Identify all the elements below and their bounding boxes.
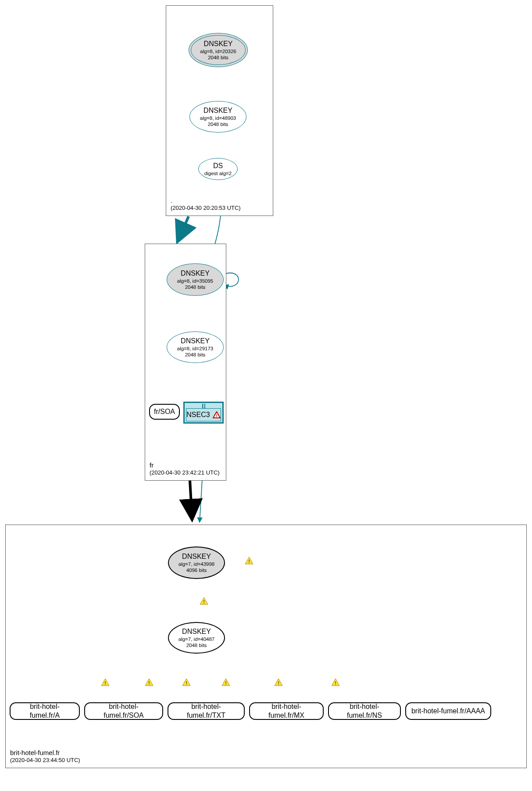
zone-root-label: . (2020-04-30 20:20:53 UTC) bbox=[171, 196, 241, 212]
rr-aaaa-label: brit-hotel-fumel.fr/AAAA bbox=[411, 707, 485, 715]
leaf-zsk-line3: 2048 bits bbox=[186, 642, 207, 648]
rr-a-label: brit-hotel-fumel.fr/A bbox=[15, 702, 75, 720]
rr-a-node[interactable]: brit-hotel-fumel.fr/A bbox=[10, 702, 80, 720]
fr-ksk-line3: 2048 bits bbox=[185, 284, 206, 290]
zone-leaf-timestamp: (2020-04-30 23:44:50 UTC) bbox=[10, 757, 80, 764]
warning-icon: ! bbox=[200, 597, 208, 605]
fr-zsk-title: DNSKEY bbox=[181, 337, 210, 345]
fr-zsk-node[interactable]: DNSKEY alg=8, id=29173 2048 bits bbox=[167, 331, 224, 363]
warning-icon: ! bbox=[182, 678, 191, 686]
warning-icon: ! bbox=[245, 557, 254, 564]
zone-fr-name: fr bbox=[150, 461, 220, 470]
fr-soa-node[interactable]: fr/SOA bbox=[149, 404, 180, 420]
leaf-zsk-node[interactable]: DNSKEY alg=7, id=40487 2048 bits bbox=[168, 622, 225, 654]
svg-text:!: ! bbox=[203, 599, 205, 604]
fr-ksk-node[interactable]: DNSKEY alg=8, id=35095 2048 bits bbox=[167, 263, 224, 296]
fr-zsk-line3: 2048 bits bbox=[185, 352, 206, 358]
fr-ksk-line2: alg=8, id=35095 bbox=[177, 278, 214, 284]
zone-root-name: . bbox=[171, 196, 241, 205]
root-zsk-node[interactable]: DNSKEY alg=8, id=48903 2048 bits bbox=[189, 101, 246, 133]
leaf-zsk-line2: alg=7, id=40487 bbox=[179, 636, 215, 642]
root-ksk-line3: 2048 bits bbox=[208, 54, 229, 61]
svg-text:!: ! bbox=[186, 680, 187, 686]
rr-ns-node[interactable]: brit-hotel-fumel.fr/NS bbox=[328, 702, 401, 720]
zone-fr-timestamp: (2020-04-30 23:42:21 UTC) bbox=[150, 469, 220, 477]
error-icon: ! bbox=[213, 411, 221, 418]
root-zsk-line3: 2048 bits bbox=[208, 121, 229, 127]
warning-icon: ! bbox=[331, 678, 340, 686]
svg-text:!: ! bbox=[148, 680, 150, 686]
warning-icon: ! bbox=[274, 678, 283, 686]
leaf-ksk-node[interactable]: DNSKEY alg=7, id=43998 4096 bits bbox=[168, 547, 225, 579]
rr-soa-label: brit-hotel-fumel.fr/SOA bbox=[89, 702, 158, 720]
zone-root-timestamp: (2020-04-30 20:20:53 UTC) bbox=[171, 205, 241, 212]
diagram-canvas: . (2020-04-30 20:20:53 UTC) fr (2020-04-… bbox=[0, 0, 532, 791]
svg-text:!: ! bbox=[216, 413, 217, 418]
root-ds-line2: digest alg=2 bbox=[204, 170, 232, 176]
nsec3-node[interactable]: NSEC3 ! bbox=[183, 402, 224, 424]
rr-ns-label: brit-hotel-fumel.fr/NS bbox=[333, 702, 396, 720]
leaf-ksk-title: DNSKEY bbox=[182, 552, 211, 561]
root-ksk-line2: alg=8, id=20326 bbox=[200, 48, 236, 54]
root-ksk-title: DNSKEY bbox=[204, 40, 233, 48]
root-zsk-line2: alg=8, id=48903 bbox=[200, 115, 236, 121]
rr-soa-node[interactable]: brit-hotel-fumel.fr/SOA bbox=[84, 702, 163, 720]
svg-text:!: ! bbox=[248, 559, 250, 564]
warning-icon: ! bbox=[101, 678, 110, 686]
zone-leaf: brit-hotel-fumel.fr (2020-04-30 23:44:50… bbox=[5, 525, 527, 768]
rr-mx-node[interactable]: brit-hotel-fumel.fr/MX bbox=[249, 702, 324, 720]
svg-text:!: ! bbox=[335, 680, 336, 686]
svg-text:!: ! bbox=[104, 680, 106, 686]
nsec3-label: NSEC3 bbox=[186, 410, 210, 419]
rr-aaaa-node[interactable]: brit-hotel-fumel.fr/AAAA bbox=[405, 702, 491, 720]
rr-txt-node[interactable]: brit-hotel-fumel.fr/TXT bbox=[168, 702, 245, 720]
leaf-ksk-line2: alg=7, id=43998 bbox=[179, 561, 215, 567]
leaf-zsk-title: DNSKEY bbox=[182, 627, 211, 636]
svg-text:!: ! bbox=[278, 680, 279, 686]
root-ds-title: DS bbox=[213, 162, 223, 170]
zone-fr-label: fr (2020-04-30 23:42:21 UTC) bbox=[150, 461, 220, 477]
root-ksk-node[interactable]: DNSKEY alg=8, id=20326 2048 bits bbox=[189, 33, 248, 67]
root-ds-node[interactable]: DS digest alg=2 bbox=[198, 158, 238, 180]
fr-soa-label: fr/SOA bbox=[154, 407, 175, 416]
zone-leaf-name: brit-hotel-fumel.fr bbox=[10, 748, 80, 757]
fr-ksk-title: DNSKEY bbox=[181, 269, 210, 278]
root-zsk-title: DNSKEY bbox=[204, 106, 232, 115]
fr-zsk-line2: alg=8, id=29173 bbox=[177, 345, 214, 352]
svg-text:!: ! bbox=[225, 680, 227, 686]
warning-icon: ! bbox=[145, 678, 154, 686]
rr-mx-label: brit-hotel-fumel.fr/MX bbox=[254, 702, 318, 720]
rr-txt-label: brit-hotel-fumel.fr/TXT bbox=[173, 702, 239, 720]
leaf-ksk-line3: 4096 bits bbox=[186, 567, 207, 573]
zone-leaf-label: brit-hotel-fumel.fr (2020-04-30 23:44:50… bbox=[10, 748, 80, 764]
warning-icon: ! bbox=[221, 678, 230, 686]
